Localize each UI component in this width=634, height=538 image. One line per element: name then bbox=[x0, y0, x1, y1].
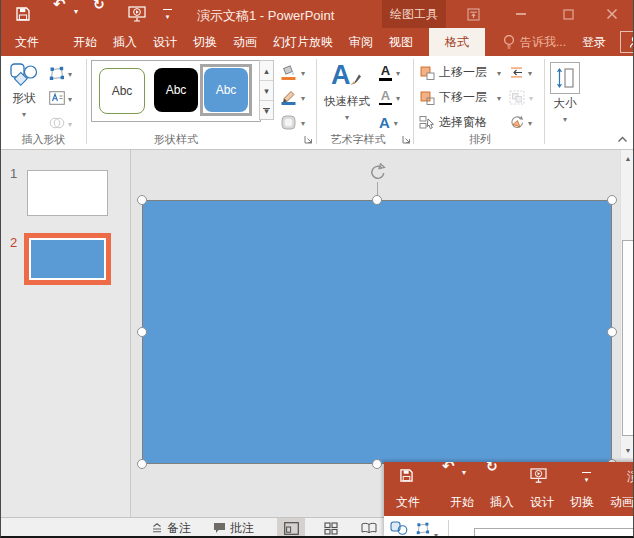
shape-fill-button[interactable] bbox=[280, 61, 305, 83]
overlay-tab-home[interactable]: 开始 bbox=[442, 489, 482, 516]
align-button[interactable] bbox=[509, 61, 532, 83]
wordart-dialog-launcher-icon[interactable] bbox=[402, 135, 411, 144]
vertical-scrollbar[interactable] bbox=[620, 150, 634, 458]
tab-slide-show[interactable]: 幻灯片放映 bbox=[265, 28, 341, 56]
shape-effects-button[interactable] bbox=[280, 111, 305, 133]
selection-pane-label: 选择窗格 bbox=[439, 114, 487, 131]
group-objects-button[interactable] bbox=[509, 86, 533, 108]
quick-styles-label: 快速样式 bbox=[321, 94, 373, 109]
rotate-objects-button[interactable] bbox=[509, 111, 532, 133]
selected-rectangle-shape[interactable] bbox=[142, 200, 612, 464]
send-backward-button[interactable]: 下移一层 bbox=[419, 86, 501, 108]
merge-shapes-button[interactable] bbox=[49, 112, 72, 134]
gallery-scroll-strip bbox=[259, 60, 274, 120]
gallery-scroll-up-icon[interactable] bbox=[260, 61, 273, 81]
tab-format-active[interactable]: 格式 bbox=[429, 28, 485, 56]
resize-handle-bottom-middle[interactable] bbox=[372, 459, 382, 469]
rotate-handle-icon[interactable] bbox=[368, 163, 387, 180]
shape-style-option-1[interactable]: Abc bbox=[99, 68, 145, 114]
window-title: 演示文稿1 - PowerPoint bbox=[197, 7, 334, 25]
overlay-window-title-fragment: 演 bbox=[627, 468, 634, 486]
save-icon[interactable] bbox=[16, 7, 30, 21]
quick-styles-icon: A bbox=[321, 58, 373, 92]
close-button[interactable] bbox=[595, 0, 629, 28]
overlay-style-gallery[interactable] bbox=[474, 528, 634, 538]
overlay-edit-shape-dropdown-icon[interactable] bbox=[434, 524, 438, 538]
ribbon-tab-row: 文件 开始 插入 设计 切换 动画 幻灯片放映 审阅 视图 格式 告诉我... … bbox=[1, 28, 633, 56]
shape-style-option-2[interactable]: Abc bbox=[154, 68, 198, 112]
notes-label: 备注 bbox=[167, 520, 191, 537]
overlay-shapes-icon[interactable] bbox=[390, 521, 408, 537]
undo-dropdown-icon[interactable] bbox=[74, 9, 78, 12]
overlay-undo-dropdown-icon[interactable] bbox=[462, 470, 466, 473]
tab-view[interactable]: 视图 bbox=[381, 28, 421, 56]
powerpoint-window: 演示文稿1 - PowerPoint 绘图工具 文件 开始 插入 设计 切换 动… bbox=[0, 0, 634, 538]
text-box-button[interactable] bbox=[49, 87, 72, 109]
slide-sorter-icon bbox=[324, 522, 338, 535]
sign-in-button[interactable]: 登录 bbox=[574, 28, 614, 56]
text-fill-button[interactable]: A bbox=[379, 61, 400, 83]
text-outline-button[interactable]: A bbox=[379, 86, 400, 108]
size-button[interactable]: 大小 bbox=[547, 58, 583, 146]
overlay-tab-file[interactable]: 文件 bbox=[384, 489, 432, 516]
overlay-save-icon[interactable] bbox=[400, 469, 413, 482]
notes-button[interactable]: 备注 bbox=[151, 518, 191, 538]
resize-handle-bottom-left[interactable] bbox=[137, 459, 147, 469]
reading-view-button[interactable] bbox=[355, 518, 383, 538]
resize-handle-top-middle[interactable] bbox=[372, 195, 382, 205]
share-button[interactable]: 共享 bbox=[620, 31, 634, 53]
tab-transitions[interactable]: 切换 bbox=[185, 28, 225, 56]
overlay-customize-quick-access-icon[interactable] bbox=[582, 472, 591, 476]
maximize-button[interactable] bbox=[551, 0, 585, 28]
slide-sorter-view-button[interactable] bbox=[317, 518, 345, 538]
shape-style-option-3-thumb: Abc bbox=[204, 68, 248, 112]
slide-2-thumbnail-selected[interactable] bbox=[24, 233, 111, 285]
title-bar: 演示文稿1 - PowerPoint 绘图工具 bbox=[1, 0, 633, 28]
tell-me-box[interactable]: 告诉我... bbox=[495, 28, 574, 56]
tab-animations[interactable]: 动画 bbox=[225, 28, 265, 56]
shape-styles-group-label: 形状样式 bbox=[121, 132, 231, 147]
text-box-icon bbox=[49, 91, 65, 105]
collapse-ribbon-icon[interactable] bbox=[617, 136, 628, 143]
minimize-button[interactable] bbox=[504, 0, 538, 28]
customize-quick-access-icon[interactable] bbox=[163, 9, 172, 13]
align-icon bbox=[509, 66, 524, 79]
overlay-tab-animations[interactable]: 动画 bbox=[602, 489, 634, 516]
resize-handle-middle-right[interactable] bbox=[607, 327, 617, 337]
group-objects-icon bbox=[509, 90, 525, 105]
text-effects-icon: A bbox=[379, 114, 390, 131]
resize-handle-top-left[interactable] bbox=[137, 195, 147, 205]
gallery-scroll-down-icon[interactable] bbox=[260, 81, 273, 101]
shape-style-option-3-selected[interactable]: Abc bbox=[200, 64, 252, 116]
tab-insert[interactable]: 插入 bbox=[105, 28, 145, 56]
drawing-tools-context-header[interactable]: 绘图工具 bbox=[382, 0, 446, 28]
slide-1-thumbnail[interactable] bbox=[27, 170, 108, 216]
scroll-down-icon[interactable] bbox=[621, 442, 634, 458]
edit-shape-button[interactable] bbox=[49, 62, 72, 84]
overlay-tab-row: 文件 开始 插入 设计 切换 动画 幻 bbox=[384, 489, 634, 516]
overlay-tab-insert[interactable]: 插入 bbox=[482, 489, 522, 516]
scroll-up-icon[interactable] bbox=[621, 150, 634, 166]
overlay-powerpoint-window[interactable]: 演 文件 开始 插入 设计 切换 动画 幻 bbox=[384, 462, 634, 538]
tab-design[interactable]: 设计 bbox=[145, 28, 185, 56]
gallery-more-icon[interactable] bbox=[260, 101, 273, 120]
bring-forward-button[interactable]: 上移一层 bbox=[419, 61, 501, 83]
resize-handle-middle-left[interactable] bbox=[137, 327, 147, 337]
comments-button[interactable]: 批注 bbox=[213, 518, 254, 538]
normal-view-button[interactable] bbox=[277, 518, 305, 538]
shape-styles-dialog-launcher-icon[interactable] bbox=[304, 135, 313, 144]
overlay-tab-transitions[interactable]: 切换 bbox=[562, 489, 602, 516]
start-slideshow-icon[interactable] bbox=[128, 6, 146, 22]
tab-review[interactable]: 审阅 bbox=[341, 28, 381, 56]
text-effects-button[interactable]: A bbox=[379, 111, 398, 133]
overlay-slideshow-icon[interactable] bbox=[530, 468, 547, 483]
overlay-tab-design[interactable]: 设计 bbox=[522, 489, 562, 516]
shape-outline-button[interactable] bbox=[280, 86, 305, 108]
tab-file[interactable]: 文件 bbox=[1, 28, 53, 56]
overlay-edit-shape-icon[interactable] bbox=[416, 522, 430, 535]
selection-pane-button[interactable]: 选择窗格 bbox=[419, 111, 487, 133]
scrollbar-thumb[interactable] bbox=[622, 240, 634, 436]
resize-handle-top-right[interactable] bbox=[607, 195, 617, 205]
tab-home[interactable]: 开始 bbox=[65, 28, 105, 56]
ribbon-display-options-icon[interactable] bbox=[456, 0, 490, 28]
